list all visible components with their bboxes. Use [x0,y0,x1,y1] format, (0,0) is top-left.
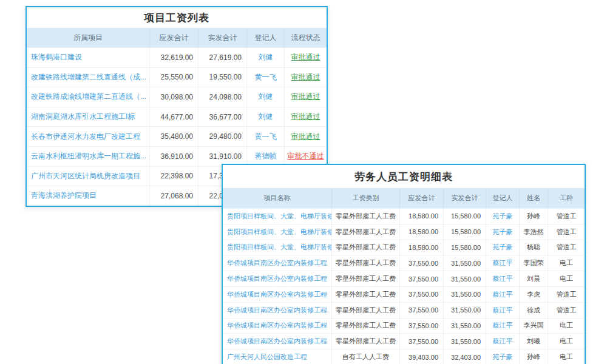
project-link[interactable]: 贵阳项目样板间、大堂、电梯厅装修 [223,240,331,255]
registrant-link[interactable]: 蔡江平 [486,255,519,271]
worker-name-cell: 孙峰 [519,209,548,224]
worker-name-cell: 杨聪 [519,240,548,255]
registrant-link[interactable]: 黄一飞 [246,127,284,146]
worker-name-cell: 孙峰 [519,349,548,364]
worktype-cell: 电工 [548,255,585,271]
status-link[interactable]: 审批不通过 [284,147,327,166]
project-link[interactable]: 云南水利枢纽潜明水库一期工程施... [27,147,149,166]
payable-total-cell: 18,580.00 [399,209,443,224]
worktype-cell: 管道工 [548,240,585,255]
registrant-link[interactable]: 蔡江平 [486,303,519,318]
worktype-cell: 电工 [548,318,585,334]
table-row: 华侨城项目南区办公室内装修工程零星外部雇工人工费37,550.0031,550.… [223,302,585,318]
payable-total-cell: 32,619.00 [149,48,198,67]
registrant-link[interactable]: 蔡江平 [486,318,519,334]
project-link[interactable]: 华侨城项目南区办公室内装修工程 [223,334,331,349]
project-link[interactable]: 华侨城项目南区办公室内装修工程 [223,271,331,286]
project-link[interactable]: 广州天河人民公园改造工程 [223,349,331,364]
table-row: 长春市伊通河水力发电厂改建工程35,480.0029,480.00黄一飞审批通过 [27,126,327,146]
registrant-link[interactable]: 蔡江平 [486,271,519,286]
salary-category-cell: 零星外部雇工人工费 [331,303,399,318]
registrant-link[interactable]: 刘健 [246,87,284,107]
registrant-link[interactable]: 黄一飞 [246,68,284,87]
table-row: 华侨城项目南区办公室内装修工程零星外部雇工人工费37,550.0031,550.… [223,318,585,334]
project-link[interactable]: 华侨城项目南区办公室内装修工程 [223,255,331,271]
paid-total-cell: 15,580.00 [443,224,486,240]
worktype-cell: 管道工 [548,224,585,240]
paid-total-cell: 15,580.00 [443,240,486,255]
project-link[interactable]: 改建铁路成渝线增建第二直通线（... [27,87,149,107]
project-link[interactable]: 珠海鹤港口建设 [27,48,149,67]
project-link[interactable]: 广州市天河区统计局机房改造项目 [27,167,149,186]
registrant-link[interactable]: 蔡江平 [486,334,519,349]
registrant-link[interactable]: 蔡江平 [486,287,519,302]
registrant-link[interactable]: 苑子豪 [486,209,519,224]
table-row: 华侨城项目南区办公室内装修工程零星外部雇工人工费37,550.0031,550.… [223,333,585,349]
paid-total-cell: 31,550.00 [443,255,486,271]
salary-category-cell: 零星外部雇工人工费 [331,209,399,224]
project-link[interactable]: 青海洪湖养护院项目 [27,186,149,206]
column-header-project: 所属项目 [27,28,149,47]
column-header-payable-total: 应发合计 [149,28,198,47]
salary-category-cell: 零星外部雇工人工费 [331,240,399,255]
payable-total-cell: 37,550.00 [399,287,443,302]
column-header-payable-total: 应发合计 [399,188,443,208]
salary-category-cell: 零星外部雇工人工费 [331,255,399,271]
table-row: 改建铁路成渝线增建第二直通线（...30,098.0024,098.00刘健审批… [27,87,327,107]
worktype-cell: 电工 [548,271,585,286]
project-link[interactable]: 华侨城项目南区办公室内装修工程 [223,318,331,334]
payable-total-cell: 39,403.00 [399,349,443,364]
payable-total-cell: 35,480.00 [149,127,198,146]
column-header-registrant: 登记人 [246,28,284,47]
table-row: 广州天河人民公园改造工程自有工人人工费39,403.0032,403.00苑子豪… [223,349,585,364]
payable-total-cell: 22,398.00 [149,167,198,186]
worker-name-cell: 李虎 [519,287,548,302]
project-salary-table-header-row: 所属项目应发合计实发合计登记人流程状态 [27,28,327,47]
status-link[interactable]: 审批通过 [284,87,327,107]
worktype-cell: 管道工 [548,209,585,224]
worker-name-cell: 李国荣 [519,255,548,271]
status-link[interactable]: 审批通过 [284,107,327,127]
paid-total-cell: 36,677.00 [198,107,246,127]
status-link[interactable]: 审批通过 [284,68,327,87]
paid-total-cell: 15,580.00 [443,209,486,224]
project-link[interactable]: 长春市伊通河水力发电厂改建工程 [27,127,149,146]
worker-name-cell: 李浩然 [519,224,548,240]
salary-category-cell: 零星外部雇工人工费 [331,271,399,286]
table-row: 贵阳项目样板间、大堂、电梯厅装修零星外部雇工人工费18,580.0015,580… [223,224,585,240]
paid-total-cell: 31,550.00 [443,303,486,318]
project-link[interactable]: 湖南洞庭湖水库引水工程施工I标 [27,107,149,127]
project-link[interactable]: 华侨城项目南区办公室内装修工程 [223,287,331,302]
paid-total-cell: 29,480.00 [198,127,246,146]
table-row: 贵阳项目样板间、大堂、电梯厅装修零星外部雇工人工费18,580.0015,580… [223,240,585,255]
labor-salary-detail-table-body: 贵阳项目样板间、大堂、电梯厅装修零星外部雇工人工费18,580.0015,580… [223,208,585,364]
project-link[interactable]: 华侨城项目南区办公室内装修工程 [223,303,331,318]
status-link[interactable]: 审批通过 [284,127,327,146]
column-header-registrant: 登记人 [486,188,519,208]
registrant-link[interactable]: 苑子豪 [486,224,519,240]
registrant-link[interactable]: 苑子豪 [486,349,519,364]
payable-total-cell: 36,910.00 [149,147,198,166]
registrant-link[interactable]: 苑子豪 [486,240,519,255]
project-link[interactable]: 改建铁路线增建第二线直通线（成... [27,68,149,87]
payable-total-cell: 44,677.00 [149,107,198,127]
project-link[interactable]: 贵阳项目样板间、大堂、电梯厅装修 [223,224,331,240]
project-salary-table-title: 项目工资列表 [27,7,327,28]
status-link[interactable]: 审批通过 [284,48,327,67]
paid-total-cell: 19,550.00 [198,68,246,87]
column-header-project-name: 项目名称 [223,188,331,208]
labor-salary-detail-table-title: 劳务人员工资明细表 [223,165,585,188]
worker-name-cell: 刘晨 [519,271,548,286]
project-link[interactable]: 贵阳项目样板间、大堂、电梯厅装修 [223,209,331,224]
registrant-link[interactable]: 蒋德帧 [246,147,284,166]
payable-total-cell: 18,580.00 [399,224,443,240]
column-header-salary-category: 工资类别 [331,188,399,208]
payable-total-cell: 37,550.00 [399,334,443,349]
table-row: 改建铁路线增建第二线直通线（成...25,550.0019,550.00黄一飞审… [27,67,327,87]
registrant-link[interactable]: 刘健 [246,107,284,127]
worker-name-cell: 李兴国 [519,318,548,334]
table-row: 华侨城项目南区办公室内装修工程零星外部雇工人工费37,550.0031,550.… [223,271,585,286]
registrant-link[interactable]: 刘健 [246,48,284,67]
payable-total-cell: 37,550.00 [399,255,443,271]
worktype-cell: 电工 [548,334,585,349]
